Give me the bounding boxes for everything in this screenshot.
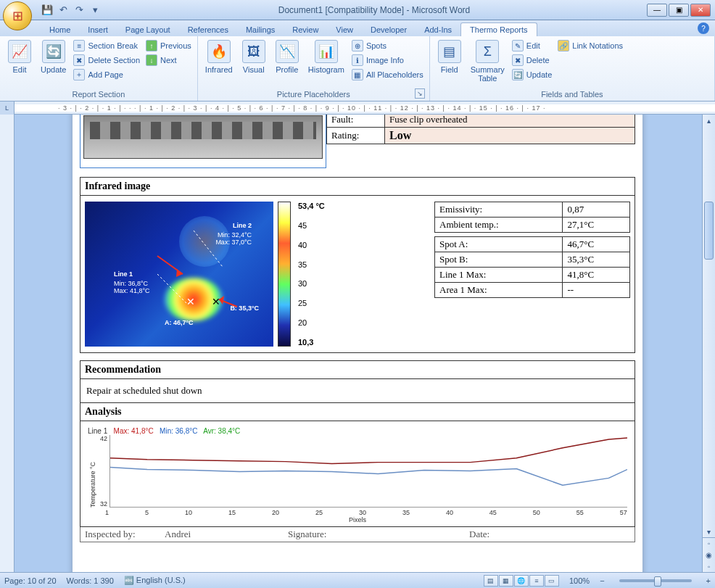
redo-icon[interactable]: ↷ <box>73 4 86 17</box>
line2-min: Min: 32,4°C <box>218 231 252 239</box>
tab-view[interactable]: View <box>327 23 362 36</box>
link-notations-button[interactable]: 🔗Link Notations <box>556 39 624 52</box>
ruler-track: · 3 · | · 2 · | · 1 · | · · · | · 1 · | … <box>15 104 715 112</box>
visual-icon: 🖼 <box>242 40 265 63</box>
spots-button[interactable]: ⊕Spots <box>350 39 425 52</box>
view-web[interactable]: 🌐 <box>514 575 529 587</box>
view-full-screen[interactable]: ▦ <box>499 575 513 587</box>
browse-object-icon[interactable]: ◉ <box>703 549 715 560</box>
infrared-icon: 🔥 <box>207 40 231 63</box>
ft-delete-button[interactable]: ✖Delete <box>511 54 553 67</box>
status-words[interactable]: Words: 1 390 <box>67 576 114 585</box>
infrared-button[interactable]: 🔥Infrared <box>202 38 236 75</box>
group-fields-tables: ▤Field ΣSummary Table ✎Edit ✖Delete 🔄Upd… <box>430 36 715 101</box>
titlebar: 💾 ↶ ↷ ▾ Document1 [Compatibility Mode] -… <box>0 0 715 20</box>
tab-page-layout[interactable]: Page Layout <box>117 23 179 36</box>
tab-mailings[interactable]: Mailings <box>237 23 284 36</box>
section-break-icon: ≡ <box>73 40 85 51</box>
maximize-button[interactable]: ▣ <box>669 4 689 17</box>
minimize-button[interactable]: — <box>647 4 667 17</box>
photo-container <box>80 115 326 168</box>
view-draft[interactable]: ▭ <box>545 575 559 587</box>
edit-button[interactable]: 📈Edit <box>4 38 35 75</box>
ft-update-button[interactable]: 🔄Update <box>511 68 553 81</box>
cb-bottom: 10,3 <box>298 338 325 347</box>
tab-developer[interactable]: Developer <box>362 23 416 36</box>
recommendation-header: Recommendation <box>80 360 635 379</box>
tab-thermo-reports[interactable]: Thermo Reports <box>460 22 537 36</box>
edit-icon: 📈 <box>8 40 31 63</box>
tab-insert[interactable]: Insert <box>79 23 117 36</box>
histogram-button[interactable]: 📊Histogram <box>305 38 347 75</box>
view-outline[interactable]: ≡ <box>529 575 544 587</box>
add-page-button[interactable]: ＋Add Page <box>72 68 141 81</box>
delete-section-button[interactable]: ✖Delete Section <box>72 54 141 67</box>
tab-home[interactable]: Home <box>41 23 79 36</box>
tab-review[interactable]: Review <box>284 23 327 36</box>
summary-table-button[interactable]: ΣSummary Table <box>468 38 508 84</box>
group-launcher-icon[interactable]: ↘ <box>415 88 425 99</box>
prev-page-icon[interactable]: ◦ <box>703 537 715 549</box>
status-page[interactable]: Page: 10 of 20 <box>4 576 57 585</box>
qat-dropdown-icon[interactable]: ▾ <box>88 4 102 17</box>
spot-b-label: B: 35,3°C <box>230 305 259 312</box>
group-label: Fields and Tables <box>434 88 710 99</box>
update-button[interactable]: 🔄Update <box>38 38 69 75</box>
status-lang[interactable]: 🔤 English (U.S.) <box>124 576 186 585</box>
image-info-button[interactable]: ℹImage Info <box>350 54 425 67</box>
tab-add-ins[interactable]: Add-Ins <box>416 23 460 36</box>
signature-row: Inspected by: Andrei Signature: Date: <box>80 527 635 542</box>
profile-button[interactable]: 📉Profile <box>272 38 302 75</box>
all-placeholders-icon: ▦ <box>352 69 363 80</box>
status-zoom[interactable]: 100% <box>569 576 590 585</box>
next-page-icon[interactable]: ◦ <box>703 560 715 572</box>
office-button[interactable]: ⊞ <box>3 1 32 30</box>
summary-table-icon: Σ <box>476 40 499 63</box>
view-print-layout[interactable]: ▤ <box>484 575 498 587</box>
scroll-up-icon[interactable]: ▴ <box>703 115 715 126</box>
next-icon: ↓ <box>146 54 157 66</box>
document-page[interactable]: Fault:Fuse clip overheated Rating:Low In… <box>73 115 642 572</box>
zoom-out-button[interactable]: − <box>600 576 604 585</box>
analysis-chart: Line 1 Max: 41,8°C Min: 36,8°C Avr: 38,4… <box>80 421 635 527</box>
chart-xlabel: Pixels <box>88 516 627 523</box>
edit-icon: ✎ <box>512 40 524 51</box>
analysis-header: Analysis <box>80 403 635 421</box>
ruler-vertical[interactable] <box>0 115 15 572</box>
save-icon[interactable]: 💾 <box>41 4 54 17</box>
group-picture-placeholders: 🔥Infrared 🖼Visual 📉Profile 📊Histogram ⊕S… <box>198 36 430 101</box>
help-icon[interactable]: ? <box>698 22 709 34</box>
colorbar <box>278 202 291 347</box>
tab-references[interactable]: References <box>179 23 237 36</box>
rating-value: Low <box>385 128 635 144</box>
ruler-horizontal[interactable]: L · 3 · | · 2 · | · 1 · | · · · | · 1 · … <box>0 102 715 115</box>
chart-xticks: 151015202530354045505557 <box>88 508 627 516</box>
add-page-icon: ＋ <box>73 69 85 80</box>
update-icon: 🔄 <box>42 40 65 63</box>
group-label: Report Section <box>4 88 193 99</box>
next-button[interactable]: ↓Next <box>144 54 193 67</box>
section-break-button[interactable]: ≡Section Break <box>72 39 141 52</box>
scroll-down-icon[interactable]: ▾ <box>703 526 715 537</box>
ft-edit-button[interactable]: ✎Edit <box>511 39 553 52</box>
zoom-slider[interactable] <box>619 579 692 582</box>
zoom-in-button[interactable]: + <box>706 576 711 585</box>
delete-section-icon: ✖ <box>73 54 85 66</box>
link-notations-icon: 🔗 <box>558 40 569 51</box>
close-button[interactable]: ✕ <box>690 4 711 17</box>
all-placeholders-button[interactable]: ▦All Placeholders <box>350 68 425 81</box>
visual-button[interactable]: 🖼Visual <box>239 38 269 75</box>
undo-icon[interactable]: ↶ <box>57 4 70 17</box>
rating-label: Rating: <box>327 128 385 144</box>
scroll-thumb[interactable] <box>704 202 714 260</box>
profile-icon: 📉 <box>276 40 299 63</box>
fault-rating-table: Fault:Fuse clip overheated Rating:Low <box>326 115 635 144</box>
measurement-table: Emissivity:0,87 Ambient temp.:27,1°C Spo… <box>434 202 630 298</box>
field-button[interactable]: ▤Field <box>434 38 465 75</box>
scrollbar-vertical[interactable]: ▴ ▾ ◦ ◉ ◦ <box>702 115 715 572</box>
cb-top: 53,4 °C <box>298 202 325 210</box>
document-area: Fault:Fuse clip overheated Rating:Low In… <box>0 115 715 572</box>
previous-button[interactable]: ↑Previous <box>144 39 193 52</box>
image-info-icon: ℹ <box>352 54 363 66</box>
infrared-header: Infrared image <box>80 177 635 196</box>
